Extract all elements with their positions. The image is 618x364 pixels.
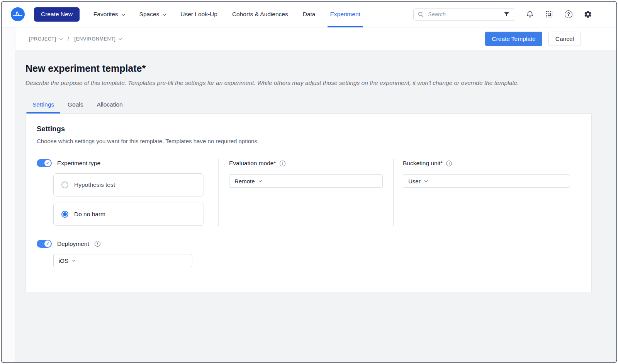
create-new-button[interactable]: Create New [34, 7, 80, 22]
breadcrumb-environment-label: [ENVIRONMENT] [74, 36, 115, 42]
search-icon [418, 11, 424, 18]
info-icon[interactable] [280, 161, 285, 166]
deployment-toggle[interactable] [37, 240, 52, 248]
settings-card: Settings Choose which settings you want … [25, 113, 592, 292]
radio-option-label: Do no harm [74, 211, 105, 218]
left-rail [2, 27, 15, 362]
nav-item-label: Spaces [139, 11, 160, 18]
tab-settings[interactable]: Settings [26, 101, 60, 113]
deployment-select[interactable]: iOS [53, 254, 192, 267]
nav-item-label: Data [303, 11, 316, 18]
evaluation-mode-label: Evaluation mode* [229, 160, 276, 167]
search-box [413, 8, 515, 21]
breadcrumb: [PROJECT] / [ENVIRONMENT] [29, 36, 121, 42]
settings-gear-icon[interactable] [583, 10, 593, 19]
bucketing-unit-select[interactable]: User [403, 174, 570, 188]
experiment-type-column: Experiment type Hypothesis test Do no ha… [37, 159, 218, 226]
template-tabs: Settings Goals Allocation [26, 97, 592, 113]
chevron-down-icon [163, 12, 166, 16]
breadcrumb-project-label: [PROJECT] [29, 36, 56, 42]
chevron-down-icon [121, 12, 125, 16]
cancel-button[interactable]: Cancel [548, 32, 581, 46]
amplitude-logo-icon[interactable] [11, 7, 25, 21]
breadcrumb-project-dropdown[interactable]: [PROJECT] [29, 36, 62, 42]
evaluation-mode-column: Evaluation mode* Remote [218, 159, 393, 226]
nav-item-label: Favorites [93, 11, 118, 18]
radio-option-hypothesis-test[interactable]: Hypothesis test [53, 173, 204, 196]
app-window: Create New Favorites Spaces User Look-Up… [1, 1, 617, 363]
create-template-button[interactable]: Create Template [485, 32, 542, 46]
breadcrumb-environment-dropdown[interactable]: [ENVIRONMENT] [74, 36, 121, 42]
radio-selected-icon [61, 211, 68, 218]
experiment-type-label: Experiment type [57, 160, 100, 167]
bucketing-unit-label: Bucketing unit* [403, 160, 443, 167]
nav-item-spaces[interactable]: Spaces [139, 2, 166, 27]
nav-item-label: Cohorts & Audiences [232, 11, 288, 18]
chevron-down-icon [258, 179, 261, 182]
nav-item-cohorts-audiences[interactable]: Cohorts & Audiences [232, 2, 288, 27]
primary-nav: Favorites Spaces User Look-Up Cohorts & … [93, 2, 360, 27]
page-header-bar: [PROJECT] / [ENVIRONMENT] Create Templat… [15, 27, 616, 50]
top-navigation-bar: Create New Favorites Spaces User Look-Up… [2, 2, 616, 27]
nav-item-label: Experiment [330, 11, 360, 18]
nav-item-experiment[interactable]: Experiment [330, 2, 360, 27]
evaluation-mode-value: Remote [234, 178, 255, 185]
notifications-bell-icon[interactable] [525, 10, 535, 19]
tab-allocation[interactable]: Allocation [91, 101, 129, 113]
selection-grid-icon[interactable] [545, 10, 554, 19]
info-icon[interactable] [446, 161, 452, 166]
settings-card-title: Settings [37, 125, 581, 133]
nav-item-data[interactable]: Data [303, 2, 316, 27]
radio-icon [61, 181, 68, 188]
toggle-check-icon [44, 160, 51, 166]
experiment-type-toggle[interactable] [37, 159, 52, 167]
page-title: New experiment template* [25, 63, 592, 74]
deployment-label: Deployment [57, 240, 89, 247]
bucketing-unit-column: Bucketing unit* User [393, 159, 581, 226]
evaluation-mode-select[interactable]: Remote [229, 174, 383, 188]
page-subtitle: Describe the purpose of this template. T… [25, 80, 592, 86]
chevron-down-icon [72, 258, 75, 261]
nav-item-label: User Look-Up [180, 11, 217, 18]
deployment-value: iOS [59, 257, 68, 264]
search-input[interactable] [427, 11, 499, 18]
nav-item-favorites[interactable]: Favorites [93, 2, 125, 27]
radio-option-do-no-harm[interactable]: Do no harm [53, 203, 204, 226]
breadcrumb-separator: / [68, 36, 69, 42]
page-content: New experiment template* Describe the pu… [15, 50, 616, 362]
info-icon[interactable] [95, 241, 100, 247]
chevron-down-icon [119, 37, 122, 40]
radio-option-label: Hypothesis test [74, 181, 115, 188]
filter-funnel-icon[interactable] [502, 10, 511, 19]
chevron-down-icon [59, 37, 62, 40]
settings-card-description: Choose which settings you want for this … [37, 138, 581, 144]
chevron-down-icon [424, 179, 427, 182]
toggle-check-icon [44, 240, 51, 247]
nav-item-user-look-up[interactable]: User Look-Up [180, 2, 217, 27]
deployment-section: Deployment iOS [37, 240, 581, 267]
tab-goals[interactable]: Goals [61, 101, 90, 113]
bucketing-unit-value: User [408, 178, 421, 185]
help-icon[interactable] [564, 10, 573, 19]
